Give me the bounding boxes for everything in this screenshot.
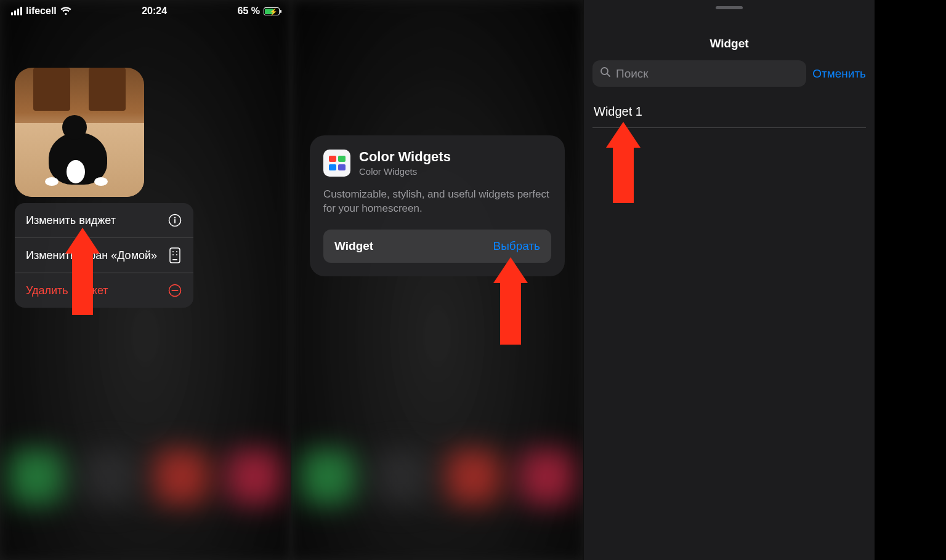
cellular-signal-icon: [11, 7, 22, 15]
menu-label: Удалить виджет: [26, 284, 108, 298]
carrier-label: lifecell: [26, 6, 57, 17]
cancel-button[interactable]: Отменить: [812, 67, 866, 81]
widget-options-list: Widget 1: [592, 96, 866, 128]
app-description: Customizable, stylish, and useful widget…: [323, 188, 551, 216]
sheet-title: Widget: [584, 37, 875, 50]
blurred-dock: [0, 449, 291, 560]
panel-context-menu: lifecell 20:24 65 % ⚡ Изменить виджет: [0, 0, 291, 560]
list-item[interactable]: Widget 1: [592, 96, 866, 128]
clock: 20:24: [142, 6, 167, 17]
panel-widget-config: Color Widgets Color Widgets Customizable…: [291, 0, 583, 560]
menu-edit-widget[interactable]: Изменить виджет: [15, 203, 193, 238]
svg-point-5: [176, 251, 177, 252]
minus-circle-icon: [168, 283, 182, 298]
svg-point-1: [174, 217, 176, 218]
search-input[interactable]: Поиск: [592, 60, 806, 87]
row-action: Выбрать: [493, 239, 540, 253]
widget-select-row[interactable]: Widget Выбрать: [323, 230, 551, 263]
svg-point-4: [172, 251, 174, 252]
wifi-icon: [60, 7, 71, 15]
svg-rect-2: [174, 219, 176, 223]
info-circle-icon: [168, 213, 182, 228]
svg-rect-8: [172, 259, 177, 260]
sheet-grabber[interactable]: [716, 6, 743, 9]
screenshot-composite: lifecell 20:24 65 % ⚡ Изменить виджет: [0, 0, 946, 560]
search-placeholder: Поиск: [616, 67, 649, 81]
svg-point-11: [601, 68, 608, 74]
battery-icon: ⚡: [264, 7, 280, 15]
menu-label: Изменить экран «Домой»: [26, 249, 157, 263]
widget-preview-photo[interactable]: [15, 68, 144, 197]
app-icon: [323, 150, 350, 177]
battery-percent: 65 %: [238, 6, 260, 17]
panel-widget-picker: Widget Поиск Отменить Widget 1: [584, 0, 875, 560]
search-icon: [600, 66, 611, 81]
svg-point-7: [176, 254, 177, 255]
phone-grid-icon: [168, 248, 182, 263]
svg-rect-10: [172, 290, 179, 291]
status-bar: lifecell 20:24 65 % ⚡: [0, 0, 291, 22]
app-subtitle: Color Widgets: [359, 166, 451, 177]
menu-delete-widget[interactable]: Удалить виджет: [15, 273, 193, 308]
blurred-dock: [291, 449, 583, 560]
widget-config-sheet: Color Widgets Color Widgets Customizable…: [310, 135, 565, 276]
row-label: Widget: [334, 239, 373, 253]
app-header: Color Widgets Color Widgets: [323, 149, 551, 177]
svg-point-6: [172, 254, 174, 255]
menu-label: Изменить виджет: [26, 214, 116, 228]
widget-context-menu: Изменить виджет Изменить экран «Домой» У…: [15, 203, 193, 308]
app-title: Color Widgets: [359, 149, 451, 165]
svg-rect-3: [170, 248, 180, 263]
menu-edit-home-screen[interactable]: Изменить экран «Домой»: [15, 238, 193, 273]
svg-line-12: [607, 74, 610, 76]
